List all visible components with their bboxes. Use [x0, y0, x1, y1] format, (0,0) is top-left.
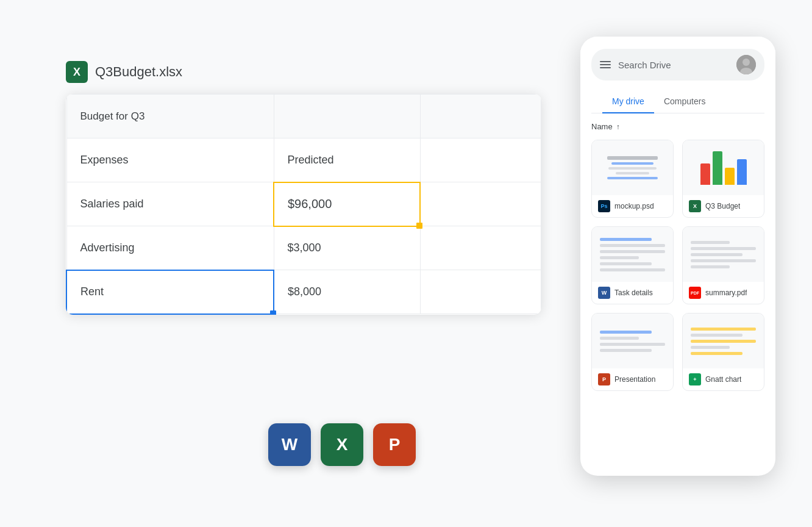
predicted-header-cell[interactable]: Predicted [274, 138, 420, 182]
file-header: X Q3Budget.xlsx [66, 61, 541, 83]
rent-row: Rent $8,000 [66, 270, 541, 314]
rent-label-cell[interactable]: Rent [66, 270, 274, 314]
file-preview-gnatt-chart [683, 314, 764, 368]
advertising-row: Advertising $3,000 [66, 226, 541, 270]
title-row: Budget for Q3 [66, 95, 541, 138]
bar-green [713, 151, 722, 185]
preview-line-g4 [691, 346, 730, 349]
title-cell-content: Budget for Q3 [67, 95, 274, 138]
file-preview-q3-budget [683, 140, 764, 195]
svg-point-1 [743, 59, 750, 66]
advertising-value: $3,000 [274, 227, 420, 270]
preview-line-p4 [600, 349, 652, 352]
sheets-badge: + [689, 373, 701, 385]
expenses-header-cell[interactable]: Expenses [66, 138, 274, 182]
file-card-presentation[interactable]: P Presentation [591, 313, 674, 391]
bar-red [700, 163, 710, 185]
salaries-label-cell[interactable]: Salaries paid [66, 182, 274, 226]
bar-blue [737, 159, 747, 185]
drive-search-bar[interactable]: Search Drive [591, 49, 764, 81]
rent-label: Rent [67, 271, 273, 314]
ps-line-4 [616, 172, 650, 174]
pdf-badge: PDF [689, 287, 701, 299]
tab-my-drive[interactable]: My drive [602, 90, 654, 113]
rent-value-cell[interactable]: $8,000 [274, 270, 420, 314]
file-name: Q3Budget.xlsx [95, 64, 182, 80]
title-cell-2 [274, 95, 420, 138]
gnatt-lines [691, 328, 755, 355]
file-info-gnatt-chart: + Gnatt chart [683, 368, 764, 390]
file-info-task-details: W Task details [592, 282, 673, 304]
drive-tabs: My drive Computers [591, 90, 764, 113]
advertising-label-cell[interactable]: Advertising [66, 226, 274, 270]
file-card-q3-budget[interactable]: X Q3 Budget [682, 140, 764, 218]
advertising-value-cell[interactable]: $3,000 [274, 226, 420, 270]
file-card-mockup-psd[interactable]: Ps mockup.psd [591, 140, 674, 218]
file-preview-presentation [592, 314, 673, 368]
title-cell-3 [420, 95, 541, 138]
ps-line-1 [607, 156, 658, 160]
file-label-gnatt-chart: Gnatt chart [705, 375, 741, 384]
excel-app-icon[interactable]: X [321, 423, 363, 466]
drive-panel: Search Drive My drive Computers [580, 37, 775, 476]
bar-yellow [725, 168, 735, 185]
word-badge: W [598, 287, 610, 299]
ppt-app-icon[interactable]: P [373, 423, 416, 466]
spreadsheet-table: Budget for Q3 Expenses Predicted [66, 94, 541, 315]
file-card-gnatt-chart[interactable]: + Gnatt chart [682, 313, 764, 391]
hamburger-line-2 [600, 64, 611, 65]
expenses-header: Expenses [67, 138, 274, 182]
preview-line-g5 [691, 352, 743, 355]
advertising-label: Advertising [67, 226, 274, 270]
title-cell[interactable]: Budget for Q3 [66, 95, 274, 138]
preview-line-s3 [691, 253, 743, 256]
sort-arrow-icon: ↑ [616, 123, 620, 131]
file-label-presentation: Presentation [614, 375, 655, 384]
user-avatar[interactable] [736, 55, 756, 74]
rent-extra-cell [420, 270, 541, 314]
file-info-q3-budget: X Q3 Budget [683, 195, 764, 217]
preview-line-5 [600, 262, 652, 265]
yellow-fill-handle[interactable] [416, 223, 422, 229]
header-row: Expenses Predicted [66, 138, 541, 182]
word-app-icon[interactable]: W [268, 423, 311, 466]
preview-line-p2 [600, 337, 639, 340]
salaries-label: Salaries paid [67, 182, 274, 226]
preview-line-1 [600, 238, 652, 241]
rent-value: $8,000 [274, 270, 420, 314]
ps-preview-content [604, 156, 661, 179]
file-info-summary-pdf: PDF summary.pdf [683, 282, 764, 304]
blue-fill-handle[interactable] [270, 310, 276, 315]
preview-line-s5 [691, 265, 730, 268]
scene: X Q3Budget.xlsx Budget for Q3 [0, 0, 812, 527]
advertising-extra-cell [420, 226, 541, 270]
preview-line-g2 [691, 334, 743, 337]
ps-line-5 [607, 177, 658, 179]
search-drive-input[interactable]: Search Drive [618, 60, 729, 70]
sort-row: Name ↑ [591, 122, 764, 131]
drive-files-grid: Ps mockup.psd X [591, 140, 764, 391]
xl-badge: X [689, 200, 701, 212]
file-card-task-details[interactable]: W Task details [591, 226, 674, 304]
salaries-value-cell[interactable]: $96,000 [274, 182, 420, 226]
preview-line-4 [600, 256, 639, 259]
file-card-summary-pdf[interactable]: PDF summary.pdf [682, 226, 764, 304]
file-label-summary-pdf: summary.pdf [705, 289, 747, 297]
app-icons-container: W X P [268, 423, 416, 466]
salaries-value: $96,000 [274, 183, 419, 226]
preview-line-s4 [691, 259, 755, 262]
hamburger-menu-icon[interactable] [600, 61, 611, 68]
hamburger-line-3 [600, 67, 611, 68]
spreadsheet[interactable]: Budget for Q3 Expenses Predicted [66, 94, 541, 315]
file-info-presentation: P Presentation [592, 368, 673, 390]
file-preview-mockup-psd [592, 140, 673, 195]
file-label-mockup-psd: mockup.psd [614, 202, 654, 210]
predicted-header: Predicted [274, 138, 420, 182]
task-details-lines [600, 238, 664, 271]
summary-pdf-lines [691, 241, 755, 268]
tab-computers[interactable]: Computers [654, 90, 715, 113]
ps-line-3 [608, 167, 657, 170]
preview-line-2 [600, 244, 664, 247]
preview-line-6 [600, 268, 664, 271]
drive-content: Name ↑ [580, 113, 775, 476]
